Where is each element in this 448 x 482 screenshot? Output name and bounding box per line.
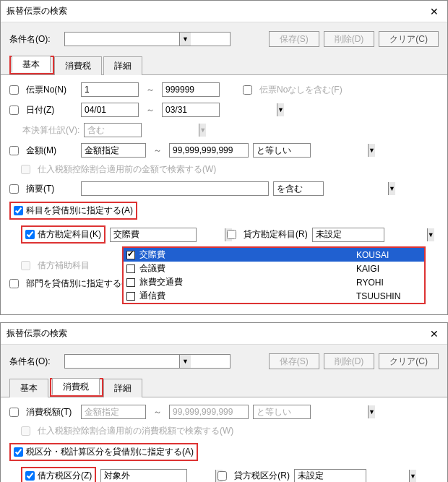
date-check[interactable] [9, 106, 19, 115]
condition-name-combo[interactable]: ▼ [64, 354, 231, 369]
slip-from[interactable]: 1 [81, 82, 139, 97]
check-icon[interactable] [126, 251, 135, 259]
cr-tax-label: 貸方税区分(R) [234, 470, 290, 482]
tilde: ～ [143, 84, 158, 96]
chevron-down-icon[interactable]: ▼ [388, 182, 395, 195]
tabs: 基本 消費税 詳細 [1, 378, 447, 397]
tilde: ～ [150, 145, 165, 157]
item-code: KAIGI [356, 264, 421, 274]
chevron-down-icon[interactable]: ▼ [179, 355, 191, 368]
by-drcr-check[interactable] [14, 206, 23, 215]
cr-tax-check[interactable] [217, 471, 227, 481]
dr-acct-dropdown[interactable]: 交際費 KOUSAI 会議費 KAIGI 旅費交通費 RYOHI 通信費 TSU… [122, 246, 426, 304]
memo-op-combo[interactable]: ▼ [273, 181, 324, 196]
memo-op[interactable] [274, 182, 388, 195]
delete-button[interactable]: 削除(D) [324, 353, 375, 369]
condition-name-input[interactable] [65, 33, 179, 46]
titlebar: 振替伝票の検索 ✕ [1, 323, 447, 345]
date-label: 日付(Z) [26, 104, 77, 116]
tab-basic[interactable]: 基本 [9, 379, 48, 397]
cr-acct-value[interactable] [313, 228, 427, 241]
condition-name-combo[interactable]: ▼ [64, 32, 231, 46]
close-icon[interactable]: ✕ [427, 328, 441, 340]
amount-op[interactable] [254, 144, 368, 157]
cr-acct-check[interactable] [227, 230, 236, 239]
by-drcr-label: 税区分・税計算区分を貸借別に指定する(A) [26, 446, 194, 458]
tab-basic[interactable]: 基本 [12, 56, 51, 72]
hon-combo: ▼ [84, 123, 142, 137]
chevron-down-icon[interactable]: ▼ [409, 470, 416, 483]
tabs: 基本 消費税 詳細 [1, 56, 447, 75]
clear-button[interactable]: クリア(C) [379, 353, 439, 369]
amount-op[interactable] [254, 405, 368, 418]
dr-acct-value[interactable] [111, 228, 225, 241]
pretax-check [21, 165, 30, 174]
tax-amt-check[interactable] [9, 408, 19, 417]
tab-tax[interactable]: 消費税 [52, 378, 100, 395]
slip-no-check[interactable] [9, 85, 19, 95]
item-name: 通信費 [139, 290, 352, 302]
tilde: ～ [150, 406, 165, 418]
chevron-down-icon[interactable]: ▼ [277, 103, 284, 116]
tilde: ～ [143, 104, 158, 116]
window-title: 振替伝票の検索 [7, 5, 67, 17]
amount-kind-combo[interactable]: ▼ [81, 405, 146, 419]
cr-acct-combo[interactable]: ▼ [312, 228, 384, 242]
date-to-combo[interactable]: ▼ [162, 103, 220, 117]
check-icon[interactable] [126, 264, 135, 273]
clear-button[interactable]: クリア(C) [379, 31, 439, 47]
close-icon[interactable]: ✕ [427, 6, 441, 17]
highlight-tab-tax: 消費税 [50, 378, 103, 397]
delete-button[interactable]: 削除(D) [324, 31, 375, 47]
condition-name-label: 条件名(O): [9, 356, 60, 368]
chevron-down-icon[interactable]: ▼ [427, 228, 434, 241]
by-drcr-check[interactable] [14, 447, 23, 457]
save-button[interactable]: 保存(S) [269, 31, 319, 47]
pretax-check [21, 426, 30, 436]
amount-op-combo[interactable]: ▼ [253, 143, 311, 158]
dr-tax-value[interactable] [101, 470, 215, 483]
highlight-tab-basic: 基本 [9, 56, 54, 74]
slip-no-label: 伝票No(N) [26, 84, 77, 96]
slip-none-check[interactable] [243, 85, 252, 95]
date-from-combo[interactable]: ▼ [81, 103, 139, 117]
slip-to[interactable]: 999999 [162, 82, 220, 97]
chevron-down-icon[interactable]: ▼ [368, 144, 375, 157]
amount-op-combo[interactable]: ▼ [253, 405, 311, 419]
amount-check[interactable] [9, 146, 19, 155]
check-icon[interactable] [126, 292, 135, 301]
item-name: 旅費交通費 [139, 276, 352, 288]
list-item[interactable]: 旅費交通費 RYOHI [124, 275, 424, 289]
tab-tax[interactable]: 消費税 [54, 56, 102, 75]
cr-tax-combo[interactable]: ▼ [294, 469, 366, 483]
save-button[interactable]: 保存(S) [269, 353, 319, 369]
hon-label: 本決算仕訳(V): [22, 124, 79, 137]
amount-to[interactable]: 99,999,999,999 [169, 405, 249, 419]
amount-to[interactable]: 99,999,999,999 [169, 143, 249, 158]
window-title: 振替伝票の検索 [7, 327, 67, 340]
date-to[interactable] [163, 103, 277, 116]
list-item[interactable]: 交際費 KOUSAI [124, 248, 424, 262]
highlight-dr-tax: 借方税区分(Z) [21, 467, 96, 482]
tab-detail[interactable]: 詳細 [103, 379, 142, 397]
list-item[interactable]: 通信費 TSUUSHIN [124, 289, 424, 303]
memo-check[interactable] [9, 184, 19, 194]
item-code: RYOHI [356, 277, 421, 288]
dept-check[interactable] [9, 279, 19, 288]
memo-input[interactable] [81, 181, 269, 196]
chevron-down-icon[interactable]: ▼ [179, 33, 191, 46]
condition-name-input[interactable] [65, 355, 179, 368]
tab-detail[interactable]: 詳細 [103, 56, 142, 75]
chevron-down-icon[interactable]: ▼ [368, 405, 375, 418]
dialog-search-2: 振替伝票の検索 ✕ 条件名(O): ▼ 保存(S) 削除(D) クリア(C) 基… [0, 322, 448, 482]
memo-label: 摘要(T) [26, 183, 77, 195]
dr-tax-label: 借方税区分(Z) [38, 470, 92, 482]
dr-tax-check[interactable] [25, 471, 35, 481]
amount-kind-combo[interactable]: ▼ [81, 143, 146, 158]
dr-acct-combo[interactable]: ▼ [110, 228, 197, 242]
dr-acct-check[interactable] [25, 230, 35, 239]
cr-tax-value[interactable] [295, 470, 409, 483]
dr-tax-combo[interactable]: ▼ [100, 469, 187, 483]
check-icon[interactable] [126, 278, 135, 287]
list-item[interactable]: 会議費 KAIGI [124, 262, 424, 275]
